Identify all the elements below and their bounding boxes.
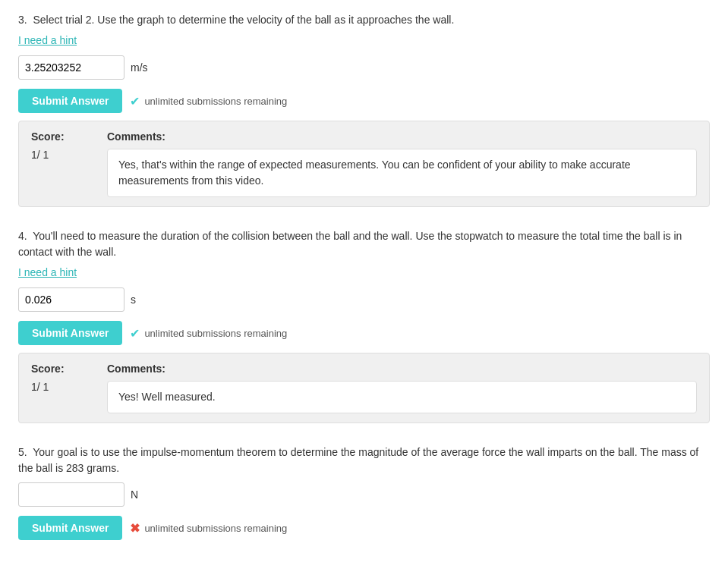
x-icon-5: ✖ xyxy=(130,521,140,536)
score-label-3: Score: xyxy=(31,130,107,143)
check-icon-3: ✔ xyxy=(130,94,140,108)
unit-label-4: s xyxy=(131,294,136,306)
score-value-3: 1/ 1 xyxy=(31,149,107,197)
check-icon-4: ✔ xyxy=(130,326,140,341)
score-content-row-3: 1/ 1 Yes, that's within the range of exp… xyxy=(31,149,697,197)
submissions-text-3: unlimited submissions remaining xyxy=(144,96,287,107)
submissions-text-4: unlimited submissions remaining xyxy=(144,328,287,339)
submit-row-3: Submit Answer ✔ unlimited submissions re… xyxy=(18,89,710,113)
score-box-3: Score: Comments: 1/ 1 Yes, that's within… xyxy=(18,121,710,207)
submit-button-5[interactable]: Submit Answer xyxy=(18,516,122,540)
page-container: 3. Select trial 2. Use the graph to dete… xyxy=(0,0,728,573)
comment-box-4: Yes! Well measured. xyxy=(107,381,697,413)
comments-label-4: Comments: xyxy=(107,363,165,375)
question-4-text: 4. You'll need to measure the duration o… xyxy=(18,228,710,260)
answer-input-3[interactable] xyxy=(18,55,124,80)
submission-status-4: ✔ unlimited submissions remaining xyxy=(130,326,287,341)
answer-input-row-4: s xyxy=(18,287,710,312)
answer-input-row-3: m/s xyxy=(18,55,710,80)
answer-input-row-5: N xyxy=(18,482,710,507)
question-5-text: 5. Your goal is to use the impulse-momen… xyxy=(18,444,710,476)
score-header-row-3: Score: Comments: xyxy=(31,130,697,143)
question-3-block: 3. Select trial 2. Use the graph to dete… xyxy=(18,12,710,207)
hint-link-3[interactable]: I need a hint xyxy=(18,34,77,46)
score-header-row-4: Score: Comments: xyxy=(31,363,697,375)
submission-status-3: ✔ unlimited submissions remaining xyxy=(130,94,287,108)
submit-row-4: Submit Answer ✔ unlimited submissions re… xyxy=(18,321,710,345)
question-3-text: 3. Select trial 2. Use the graph to dete… xyxy=(18,12,710,28)
answer-input-5[interactable] xyxy=(18,482,124,507)
score-box-4: Score: Comments: 1/ 1 Yes! Well measured… xyxy=(18,353,710,423)
answer-input-4[interactable] xyxy=(18,287,124,312)
comments-label-3: Comments: xyxy=(107,130,165,143)
score-content-row-4: 1/ 1 Yes! Well measured. xyxy=(31,381,697,413)
submit-row-5: Submit Answer ✖ unlimited submissions re… xyxy=(18,516,710,540)
score-value-4: 1/ 1 xyxy=(31,381,107,413)
submission-status-5: ✖ unlimited submissions remaining xyxy=(130,521,287,536)
question-4-block: 4. You'll need to measure the duration o… xyxy=(18,228,710,423)
unit-label-3: m/s xyxy=(131,61,148,74)
question-5-block: 5. Your goal is to use the impulse-momen… xyxy=(18,444,710,540)
submit-button-4[interactable]: Submit Answer xyxy=(18,321,122,345)
hint-link-4[interactable]: I need a hint xyxy=(18,266,77,278)
submissions-text-5: unlimited submissions remaining xyxy=(144,523,287,534)
submit-button-3[interactable]: Submit Answer xyxy=(18,89,122,113)
score-label-4: Score: xyxy=(31,363,107,375)
unit-label-5: N xyxy=(131,488,138,501)
comment-box-3: Yes, that's within the range of expected… xyxy=(107,149,697,197)
